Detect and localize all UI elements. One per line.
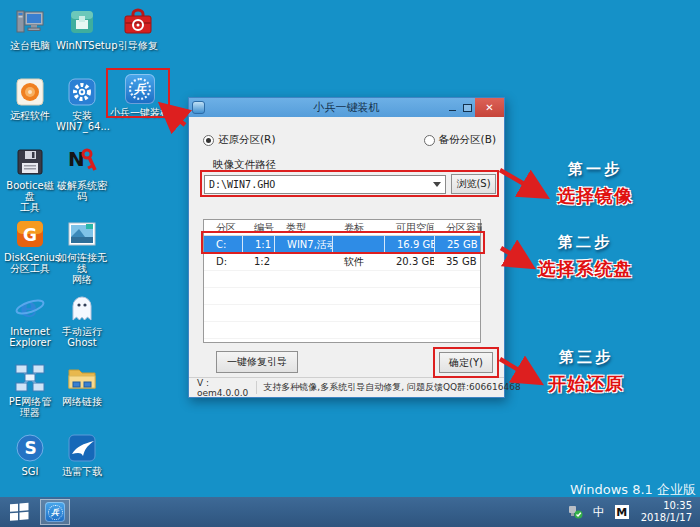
icon-label: PE网络管理器 [4, 396, 56, 418]
image-path-label: 映像文件路径 [213, 158, 276, 172]
partition-table: 分区 编号 类型 卷标 可用空间 分区容量 C: 1:1 WIN7,活动 16.… [203, 219, 481, 343]
cell: 20.3 GB [384, 253, 434, 270]
thunder-icon [66, 432, 98, 464]
toolbox-icon [122, 6, 154, 38]
xiaobing-icon: 兵 [124, 73, 156, 105]
browse-button[interactable]: 浏览(S) [451, 174, 496, 194]
col-volume-label[interactable]: 卷标 [332, 220, 384, 235]
desktop-icon-ghost[interactable]: 手动运行 Ghost [56, 292, 108, 348]
icon-label: Internet Explorer [4, 326, 56, 348]
radio-unselected-icon [424, 135, 435, 146]
radio-restore-label: 还原分区(R) [218, 133, 276, 147]
desktop-icon-winntsetup[interactable]: WinNTSetup [56, 6, 108, 51]
annotation-step-1: 第一步 选择镜像 [540, 160, 650, 208]
ok-button[interactable]: 确定(Y) [439, 352, 493, 373]
cell: 35 GB [434, 253, 482, 270]
icon-label: WinNTSetup [56, 40, 108, 51]
desktop-icon-thunder[interactable]: 迅雷下载 [56, 432, 108, 477]
annotation-step-2: 第二步 选择系统盘 [521, 233, 649, 281]
desktop-icon-internet-explorer[interactable]: e Internet Explorer [4, 292, 56, 348]
taskbar-clock[interactable]: 10:35 2018/1/17 [641, 500, 692, 524]
browse-button-label: 浏览(S) [456, 177, 490, 191]
col-number[interactable]: 编号 [242, 220, 274, 235]
safely-remove-hardware-icon[interactable] [567, 505, 583, 519]
step-number: 第三步 [527, 348, 645, 367]
icon-label: 网络链接 [56, 396, 108, 407]
radio-restore-partition[interactable]: 还原分区(R) [203, 133, 276, 147]
desktop-icon-xiaobing[interactable]: 兵 小兵一键装机 [110, 73, 170, 118]
clock-time: 10:35 [641, 500, 692, 512]
computer-icon [14, 6, 46, 38]
radio-selected-icon [203, 135, 214, 146]
dialog-titlebar[interactable]: 小兵一键装机 [189, 98, 504, 117]
start-button[interactable] [4, 497, 34, 527]
desktop-icon-pe-network[interactable]: PE网络管理器 [4, 362, 56, 418]
cell: 1:2 [242, 253, 274, 270]
remote-icon [14, 76, 46, 108]
step-number: 第二步 [521, 233, 649, 252]
arrow-step2 [501, 248, 529, 265]
icon-label: 这台电脑 [4, 40, 56, 51]
desktop-icon-remote-software[interactable]: 远程软件 [4, 76, 56, 121]
arrow-step1 [500, 170, 543, 195]
folder-network-icon [66, 362, 98, 394]
col-type[interactable]: 类型 [274, 220, 332, 235]
desktop-icon-bootice[interactable]: Bootice磁盘 工具 [4, 146, 56, 213]
annotation-step-3: 第三步 开始还原 [527, 348, 645, 396]
ime-language-indicator[interactable]: 中 [593, 504, 605, 521]
desktop-icon-diskgenius[interactable]: G DiskGenius 分区工具 [4, 218, 56, 274]
cell: 软件 [332, 253, 384, 270]
gear-icon [66, 76, 98, 108]
svg-text:G: G [23, 225, 37, 245]
image-path-combobox[interactable]: D:\WIN7.GHO [204, 175, 446, 194]
clock-date: 2018/1/17 [641, 512, 692, 524]
floppy-icon [14, 146, 46, 178]
chevron-down-icon[interactable] [429, 176, 445, 193]
svg-text:N: N [68, 147, 85, 171]
icon-label: 迅雷下载 [56, 466, 108, 477]
desktop-icon-crack-password[interactable]: N 破解系统密码 [56, 146, 108, 202]
desktop-icon-this-pc[interactable]: 这台电脑 [4, 6, 56, 51]
desktop: 这台电脑 WinNTSetup 引导修复 远程软件 安装 WIN7_64... … [0, 0, 700, 527]
system-tray: 中 M 10:35 2018/1/17 [567, 500, 696, 524]
desktop-icon-wireless-help[interactable]: 如何连接无线 网络 [56, 218, 108, 285]
cell [332, 236, 384, 253]
icon-label: 小兵一键装机 [110, 107, 170, 118]
table-row-d[interactable]: D: 1:2 软件 20.3 GB 35 GB [204, 253, 480, 270]
package-icon [66, 6, 98, 38]
windows-logo-icon [8, 501, 30, 523]
desktop-icon-boot-repair[interactable]: 引导修复 [112, 6, 164, 51]
sgi-icon: S [14, 432, 46, 464]
icon-label: 安装 WIN7_64... [56, 110, 108, 132]
status-text: 支持多种镜像,多系统引导自动修复, 问题反馈QQ群:606616468 [256, 381, 526, 394]
icon-label: 引导修复 [112, 40, 164, 51]
cell [274, 253, 332, 270]
col-partition[interactable]: 分区 [204, 220, 242, 235]
repair-boot-label: 一键修复引导 [227, 355, 287, 369]
dialog-statusbar: V : oem4.0.0.0 支持多种镜像,多系统引导自动修复, 问题反馈QQ群… [189, 377, 504, 397]
desktop-icon-install-win7[interactable]: 安装 WIN7_64... [56, 76, 108, 132]
cell: D: [204, 253, 242, 270]
taskbar-app-xiaobing[interactable]: 兵 [40, 499, 70, 525]
step-action: 选择镜像 [540, 184, 650, 208]
col-capacity[interactable]: 分区容量 [434, 220, 482, 235]
diskgenius-icon: G [14, 218, 46, 250]
col-free-space[interactable]: 可用空间 [384, 220, 434, 235]
table-row-c[interactable]: C: 1:1 WIN7,活动 16.9 GB 25 GB [204, 236, 480, 253]
taskbar: 兵 中 M 10:35 2018/1/17 [0, 497, 700, 527]
cell: C: [204, 236, 242, 253]
cell: 25 GB [434, 236, 482, 253]
picture-icon [66, 218, 98, 250]
ghost-icon [66, 292, 98, 324]
network-icon [14, 362, 46, 394]
desktop-icon-sgi[interactable]: S SGI [4, 432, 56, 477]
step-number: 第一步 [540, 160, 650, 179]
cell: 1:1 [242, 236, 274, 253]
xiaobing-icon: 兵 [45, 502, 65, 522]
desktop-icon-network-links[interactable]: 网络链接 [56, 362, 108, 407]
repair-boot-button[interactable]: 一键修复引导 [216, 351, 298, 373]
svg-text:e: e [20, 292, 37, 323]
ime-mode-indicator[interactable]: M [615, 505, 629, 519]
cell: 16.9 GB [384, 236, 434, 253]
radio-backup-partition[interactable]: 备份分区(B) [424, 133, 496, 147]
